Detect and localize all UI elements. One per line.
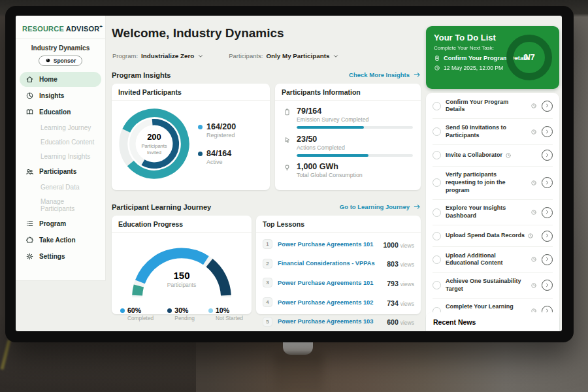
lesson-title-link[interactable]: Power Purchase Agreements 101: [278, 241, 378, 248]
app-logo: RESOURCE ADVISOR+: [16, 16, 105, 39]
legend-dot: [120, 308, 125, 313]
lesson-title-link[interactable]: Power Purchase Agreements 101: [278, 280, 382, 286]
task-row[interactable]: Upload Spend Data Records: [433, 225, 553, 247]
legend-label: Active: [206, 159, 231, 165]
check-more-insights-link[interactable]: Check More Insights: [349, 71, 421, 79]
sidebar-item[interactable]: Take Action: [20, 233, 101, 248]
task-go-button[interactable]: [542, 254, 553, 265]
task-checkbox[interactable]: [433, 281, 441, 289]
invited-participants-title: Invited Participants: [112, 84, 270, 101]
sidebar-item[interactable]: Manage Participants: [20, 195, 101, 215]
lesson-views-suffix: views: [400, 319, 414, 326]
lesson-title-link[interactable]: Financial Considerations - VPPAs: [278, 260, 382, 267]
sidebar-item[interactable]: Participants: [20, 164, 101, 179]
lesson-title-link[interactable]: Power Purchase Agreements 103: [278, 318, 382, 325]
participants-information-body: 79/164 Emission Survey Completed 23/50 A…: [275, 101, 421, 182]
task-go-button[interactable]: [542, 207, 553, 218]
todo-progress-ring: 0/7: [506, 35, 552, 80]
task-row[interactable]: Invite a Collaborator: [433, 145, 553, 167]
lesson-row[interactable]: 5 Power Purchase Agreements 103 600views: [256, 312, 421, 331]
sponsor-badge[interactable]: Sponsor: [39, 56, 82, 66]
metric-row: 1,000 GWh Total Global Consumption: [283, 162, 413, 182]
learning-journey-title: Participant Learning Journey: [112, 203, 211, 211]
task-go-button[interactable]: [542, 231, 553, 242]
task-checkbox[interactable]: [433, 208, 441, 217]
legend-item: 84/164 Active: [198, 149, 236, 165]
program-icon: [25, 220, 34, 228]
task-go-button[interactable]: [542, 150, 553, 161]
sidebar-item[interactable]: Home: [20, 72, 101, 87]
sidebar-item[interactable]: Program: [20, 216, 101, 231]
task-row[interactable]: Verify participants requesting to join t…: [433, 167, 553, 200]
task-checkbox[interactable]: [433, 151, 441, 159]
donut-center: 200 Participants Invited: [116, 105, 193, 182]
go-to-learning-journey-link[interactable]: Go to Learning Journey: [340, 203, 421, 211]
screen: RESOURCE ADVISOR+ Industry Dynamics Spon…: [16, 16, 562, 331]
metric-value: 1,000 GWh: [297, 162, 413, 171]
task-go-button[interactable]: [542, 280, 553, 291]
recent-news-title: Recent News: [426, 312, 559, 331]
program-filter-label: Program:: [112, 52, 138, 59]
lesson-views-count: 793: [387, 280, 399, 287]
lesson-rank-badge: 2: [263, 259, 272, 269]
sidebar-item[interactable]: Education Content: [20, 135, 101, 148]
task-row[interactable]: Send 50 Invitations to Participants: [433, 119, 553, 144]
lesson-views-suffix: views: [400, 261, 414, 268]
chevron-right-icon: [544, 180, 551, 186]
task-go-button[interactable]: [542, 177, 553, 188]
sidebar-item[interactable]: Learning Journey: [20, 121, 101, 134]
task-go-button[interactable]: [542, 101, 553, 112]
metric-progress-fill: [297, 154, 368, 157]
sidebar-item[interactable]: Settings: [20, 249, 101, 264]
clock-icon: [434, 65, 440, 71]
task-go-button[interactable]: [542, 126, 553, 137]
task-checkbox[interactable]: [433, 255, 441, 264]
sidebar-item-label: Program: [39, 220, 66, 227]
clock-icon: [531, 209, 537, 216]
chevron-down-icon: [333, 53, 339, 59]
sponsor-badge-label: Sponsor: [54, 57, 76, 64]
legend-dot: [208, 308, 213, 313]
sidebar-item[interactable]: General Data: [20, 180, 101, 193]
recent-news-card: Recent News: [426, 312, 559, 331]
chevron-right-icon: [544, 152, 551, 159]
go-to-learning-journey-label: Go to Learning Journey: [340, 203, 410, 210]
task-row[interactable]: Confirm Your Program Details: [433, 93, 553, 119]
legend-value: 164/200: [206, 122, 236, 131]
task-checkbox[interactable]: [433, 232, 441, 240]
check-more-insights-label: Check More Insights: [349, 71, 410, 78]
program-filter-value: Industrialize Zero: [141, 52, 194, 59]
task-checkbox[interactable]: [433, 102, 441, 110]
lesson-row[interactable]: 3 Power Purchase Agreements 101 793views: [256, 273, 421, 293]
program-filter[interactable]: Program: Industrialize Zero: [112, 52, 204, 59]
task-checkbox[interactable]: [433, 127, 441, 136]
lesson-row[interactable]: 2 Financial Considerations - VPPAs 803vi…: [256, 254, 421, 274]
clock-icon: [505, 152, 512, 159]
participants-filter-value: Only My Participants: [266, 52, 329, 59]
task-checkbox[interactable]: [433, 178, 441, 187]
lesson-title-link[interactable]: Power Purchase Agreements 102: [278, 299, 382, 306]
task-row[interactable]: Explore Your Insights Dashboard: [433, 200, 553, 225]
sidebar-item-label: Home: [39, 76, 57, 83]
task-label: Confirm Your Program Details: [446, 99, 528, 114]
sidebar-item[interactable]: Learning Insights: [20, 150, 101, 163]
lesson-rank-badge: 3: [263, 278, 272, 287]
clock-icon: [531, 256, 537, 263]
sidebar-item[interactable]: Insights: [20, 88, 101, 103]
metric-row: 79/164 Emission Survey Completed: [283, 106, 413, 129]
program-insights-header: Program Insights Check More Insights: [112, 71, 421, 79]
chevron-right-icon: [544, 103, 551, 109]
filters-row: Program: Industrialize Zero Participants…: [112, 52, 339, 59]
task-row[interactable]: Upload Additional Educational Content: [433, 247, 553, 272]
lesson-rank-badge: 4: [263, 297, 272, 307]
insights-icon: [25, 91, 34, 100]
monitor-bezel: RESOURCE ADVISOR+ Industry Dynamics Spon…: [5, 6, 574, 342]
todo-summary-card: Your To Do List Complete Your Next Task:…: [426, 26, 559, 89]
lesson-row[interactable]: 1 Power Purchase Agreements 101 1000view…: [256, 235, 421, 254]
task-row[interactable]: Achieve One Sustainability Target: [433, 273, 553, 299]
chevron-right-icon: [544, 209, 551, 216]
participants-filter[interactable]: Participants: Only My Participants: [229, 52, 339, 59]
sidebar-item[interactable]: Education: [20, 105, 101, 120]
lesson-row[interactable]: 4 Power Purchase Agreements 102 734views: [256, 293, 421, 312]
consumption-icon: [283, 163, 291, 172]
